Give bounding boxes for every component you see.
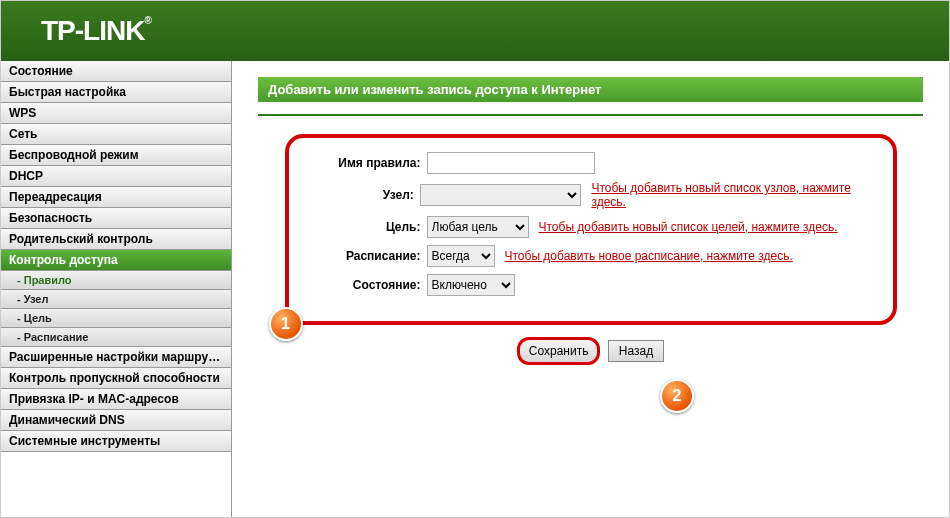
sidebar-sub-9-1[interactable]: - Узел xyxy=(1,290,231,309)
body: СостояниеБыстрая настройкаWPSСетьБеспров… xyxy=(1,61,949,517)
header: TP-LINK® xyxy=(1,1,949,61)
form-highlight-box: Имя правила: Узел: Чтобы добавить новый … xyxy=(285,134,897,325)
rule-name-input[interactable] xyxy=(427,152,595,174)
button-bar: Сохранить Назад xyxy=(258,337,923,365)
sidebar-item-10[interactable]: Расширенные настройки маршрутизации xyxy=(1,347,231,368)
state-select[interactable]: Включено xyxy=(427,274,515,296)
save-button[interactable]: Сохранить xyxy=(517,337,601,365)
content-area: Добавить или изменить запись доступа к И… xyxy=(232,61,949,517)
target-label: Цель: xyxy=(311,220,427,234)
add-host-link[interactable]: Чтобы добавить новый список узлов, нажми… xyxy=(591,181,870,209)
sidebar-item-8[interactable]: Родительский контроль xyxy=(1,229,231,250)
sidebar-item-12[interactable]: Привязка IP- и MAC-адресов xyxy=(1,389,231,410)
schedule-label: Расписание: xyxy=(311,249,427,263)
page-title: Добавить или изменить запись доступа к И… xyxy=(258,77,923,102)
sidebar-item-4[interactable]: Беспроводной режим xyxy=(1,145,231,166)
back-button[interactable]: Назад xyxy=(608,340,664,362)
state-label: Состояние: xyxy=(311,278,427,292)
sidebar-nav: СостояниеБыстрая настройкаWPSСетьБеспров… xyxy=(1,61,232,517)
brand-logo: TP-LINK® xyxy=(41,15,151,47)
add-target-link[interactable]: Чтобы добавить новый список целей, нажми… xyxy=(539,220,838,234)
sidebar-item-14[interactable]: Системные инструменты xyxy=(1,431,231,452)
sidebar-item-6[interactable]: Переадресация xyxy=(1,187,231,208)
target-select[interactable]: Любая цель xyxy=(427,216,529,238)
sidebar-sub-9-0[interactable]: - Правило xyxy=(1,271,231,290)
divider xyxy=(258,114,923,116)
sidebar-item-9[interactable]: Контроль доступа xyxy=(1,250,231,271)
annotation-marker-2: 2 xyxy=(660,379,694,413)
host-select[interactable] xyxy=(420,184,582,206)
add-schedule-link[interactable]: Чтобы добавить новое расписание, нажмите… xyxy=(505,249,793,263)
sidebar-item-3[interactable]: Сеть xyxy=(1,124,231,145)
sidebar-item-1[interactable]: Быстрая настройка xyxy=(1,82,231,103)
sidebar-item-2[interactable]: WPS xyxy=(1,103,231,124)
sidebar-item-0[interactable]: Состояние xyxy=(1,61,231,82)
host-label: Узел: xyxy=(311,188,420,202)
router-admin-page: TP-LINK® СостояниеБыстрая настройкаWPSСе… xyxy=(0,0,950,518)
annotation-marker-1: 1 xyxy=(269,307,303,341)
sidebar-item-11[interactable]: Контроль пропускной способности xyxy=(1,368,231,389)
sidebar-sub-9-2[interactable]: - Цель xyxy=(1,309,231,328)
schedule-select[interactable]: Всегда xyxy=(427,245,495,267)
sidebar-item-7[interactable]: Безопасность xyxy=(1,208,231,229)
sidebar-item-5[interactable]: DHCP xyxy=(1,166,231,187)
sidebar-item-13[interactable]: Динамический DNS xyxy=(1,410,231,431)
sidebar-sub-9-3[interactable]: - Расписание xyxy=(1,328,231,347)
rule-name-label: Имя правила: xyxy=(311,156,427,170)
